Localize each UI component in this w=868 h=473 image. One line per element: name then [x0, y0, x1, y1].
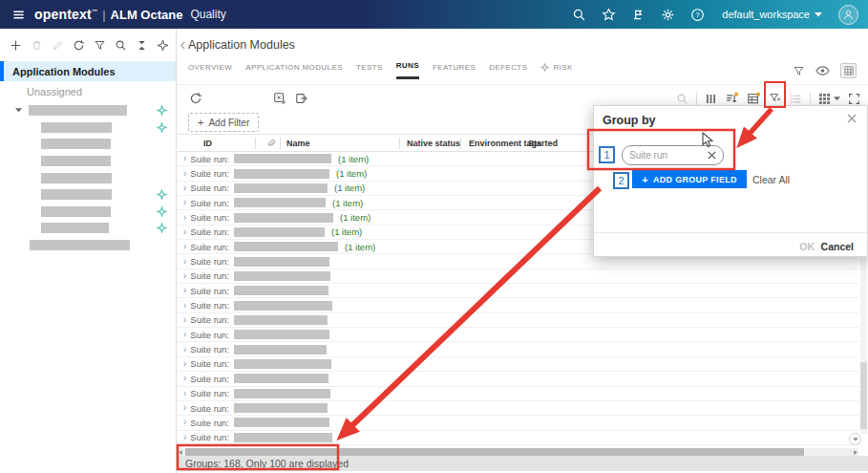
avatar[interactable]: [838, 5, 858, 25]
table-row[interactable]: ›Suite run:: [178, 387, 859, 401]
star-icon[interactable]: [600, 6, 617, 23]
tree-item[interactable]: [0, 220, 176, 237]
help-icon[interactable]: ?: [688, 6, 706, 23]
add-icon[interactable]: [10, 39, 22, 52]
tree-item[interactable]: [0, 119, 176, 137]
tree-item[interactable]: [0, 204, 176, 221]
horizontal-scrollbar-thumb[interactable]: [185, 448, 804, 456]
expand-row-icon[interactable]: ›: [183, 301, 186, 311]
clear-field-icon[interactable]: [708, 151, 716, 160]
cancel-button[interactable]: Cancel: [821, 241, 854, 252]
menu-icon[interactable]: [10, 6, 27, 23]
expand-row-icon[interactable]: ›: [183, 242, 186, 251]
tab-risk[interactable]: RISK: [540, 61, 572, 79]
expand-row-icon[interactable]: ›: [183, 227, 186, 237]
expand-row-icon[interactable]: ›: [183, 315, 186, 325]
table-row[interactable]: ›Suite run:: [178, 431, 859, 445]
expand-row-icon[interactable]: ›: [183, 286, 186, 295]
clear-all-link[interactable]: Clear All: [752, 174, 790, 185]
maximize-icon[interactable]: [848, 93, 860, 105]
table-row[interactable]: ›Suite run:: [178, 269, 859, 284]
tree-item[interactable]: [0, 102, 176, 119]
column-divider[interactable]: [280, 138, 281, 149]
filter-icon[interactable]: [793, 65, 805, 77]
table-row[interactable]: ›Suite run:: [178, 342, 859, 356]
cards-view-icon[interactable]: [840, 63, 857, 78]
sidebar-item-unassigned[interactable]: Unassigned: [0, 81, 176, 101]
eye-icon[interactable]: [815, 65, 830, 76]
search-icon[interactable]: [570, 6, 587, 23]
vertical-scrollbar-thumb[interactable]: [860, 362, 867, 429]
expand-row-icon[interactable]: ›: [183, 154, 186, 163]
tree-item[interactable]: [0, 237, 176, 254]
close-icon[interactable]: [847, 114, 857, 123]
gear-icon[interactable]: [659, 6, 676, 23]
group-field-input[interactable]: Suite run: [622, 145, 724, 165]
add-filter-button[interactable]: + Add Filter: [188, 113, 259, 132]
add-group-field-button[interactable]: + ADD GROUP FIELD: [632, 170, 747, 188]
table-row[interactable]: ›Suite run:: [178, 372, 859, 386]
expand-row-icon[interactable]: ›: [183, 271, 186, 281]
expand-row-icon[interactable]: ›: [183, 183, 186, 193]
tab-tests[interactable]: TESTS: [356, 61, 383, 79]
collapse-all-icon[interactable]: [136, 39, 148, 52]
column-header-started[interactable]: Started: [528, 139, 558, 148]
table-row[interactable]: ›Suite run:: [178, 401, 859, 416]
column-header-id[interactable]: ID: [203, 139, 212, 148]
ok-button[interactable]: OK: [799, 241, 815, 252]
workspace-selector[interactable]: default_workspace: [722, 9, 822, 20]
table-row[interactable]: ›Suite run:: [178, 357, 859, 372]
collapse-panel-icon[interactable]: [178, 40, 188, 51]
view-selector-icon[interactable]: [818, 93, 840, 105]
flat-list-icon[interactable]: [790, 93, 802, 105]
table-row[interactable]: ›Suite run:: [178, 328, 859, 342]
expand-row-icon[interactable]: ›: [183, 169, 186, 179]
expand-row-icon[interactable]: ›: [183, 330, 186, 339]
expand-row-icon[interactable]: ›: [183, 374, 186, 383]
tab-features[interactable]: FEATURES: [433, 61, 476, 79]
expander-icon[interactable]: [15, 108, 22, 113]
refresh-icon[interactable]: [189, 92, 202, 105]
sort-icon[interactable]: [725, 92, 739, 105]
expand-row-icon[interactable]: ›: [183, 433, 186, 442]
column-picker-icon[interactable]: [705, 93, 717, 105]
search-icon[interactable]: [115, 39, 127, 52]
search-icon[interactable]: [676, 93, 688, 105]
tree-item[interactable]: [0, 186, 176, 204]
edit-icon[interactable]: [52, 39, 64, 52]
news-icon[interactable]: [629, 6, 646, 23]
expand-row-icon[interactable]: ›: [183, 389, 186, 398]
table-row[interactable]: ›Suite run:: [178, 416, 859, 430]
expand-row-icon[interactable]: ›: [183, 359, 186, 369]
expand-row-icon[interactable]: ›: [183, 345, 186, 355]
expand-row-icon[interactable]: ›: [183, 198, 186, 207]
refresh-icon[interactable]: [73, 39, 85, 52]
table-row[interactable]: ›Suite run:: [178, 284, 859, 298]
expand-row-icon[interactable]: ›: [183, 403, 186, 413]
column-divider[interactable]: [460, 138, 461, 149]
tab-runs[interactable]: RUNS: [396, 61, 419, 79]
tree-item[interactable]: [0, 153, 176, 170]
tree-item[interactable]: [0, 136, 176, 153]
scroll-left-icon[interactable]: [179, 450, 182, 455]
table-row[interactable]: ›Suite run:: [178, 298, 859, 312]
expand-row-icon[interactable]: ›: [183, 418, 186, 427]
export-excel-icon[interactable]: [273, 92, 286, 105]
delete-icon[interactable]: [31, 39, 43, 52]
paperclip-icon[interactable]: [265, 138, 276, 149]
tab-application-modules[interactable]: APPLICATION MODULES: [245, 61, 343, 79]
table-row[interactable]: ›Suite run:: [178, 313, 859, 328]
sidebar-item-application-modules[interactable]: Application Modules: [0, 61, 176, 81]
tab-overview[interactable]: OVERVIEW: [188, 61, 232, 79]
expand-row-icon[interactable]: ›: [183, 213, 186, 223]
sparkle-icon[interactable]: [157, 39, 169, 52]
filter-settings-icon[interactable]: [769, 92, 782, 105]
expand-row-icon[interactable]: ›: [183, 257, 186, 267]
horizontal-scrollbar[interactable]: [178, 448, 858, 456]
column-divider[interactable]: [255, 138, 256, 149]
column-divider[interactable]: [399, 138, 400, 149]
column-header-name[interactable]: Name: [286, 139, 310, 148]
filter-icon[interactable]: [94, 39, 106, 52]
column-header-native-status[interactable]: Native status: [407, 139, 460, 148]
tree-item[interactable]: [0, 169, 176, 186]
